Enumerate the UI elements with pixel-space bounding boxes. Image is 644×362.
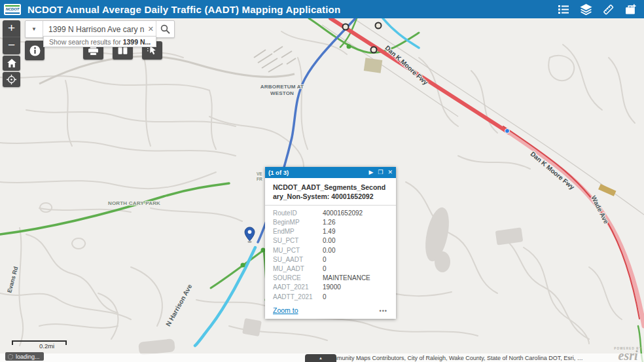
search-clear-icon[interactable]: ✕ — [148, 25, 154, 33]
scale-bar-label: 0.2mi — [39, 342, 54, 350]
esri-wordmark: esri — [614, 350, 642, 361]
weston-pkwy-road — [39, 56, 295, 84]
search-input[interactable] — [43, 21, 156, 37]
app-title: NCDOT Annual Average Daily Traffic (AADT… — [27, 4, 340, 15]
map-label-fragment: VE FR — [257, 172, 262, 183]
field-label: MU_PCT — [273, 247, 323, 254]
popup-close-icon[interactable]: ✕ — [387, 170, 393, 175]
search-input-wrap: ✕ — [43, 21, 156, 37]
legend-button[interactable] — [552, 0, 575, 18]
field-label: AADT_2021 — [273, 283, 323, 291]
zoom-out-button[interactable]: − — [3, 37, 20, 54]
loading-text: loading... — [16, 353, 40, 360]
header-toolbar — [552, 0, 641, 18]
table-row: SOURCEMAINTENANCE — [265, 274, 396, 283]
search-submit-button[interactable] — [156, 21, 174, 37]
feature-popup: (1 of 3) ▶ ❐ ✕ NCDOT_AADT_Segments_Secon… — [265, 167, 396, 319]
search-source-dropdown[interactable]: ▼ — [26, 21, 43, 37]
logo-text: NCDOT — [6, 7, 19, 11]
field-label: SU_AADT — [273, 256, 323, 263]
location-pin[interactable] — [245, 227, 255, 243]
table-row: MU_AADT0 — [265, 264, 396, 273]
zoom-to-link[interactable]: Zoom to — [273, 306, 298, 314]
my-location-button[interactable] — [3, 72, 20, 87]
field-value: 40001652092 — [323, 209, 363, 217]
measurement-button[interactable] — [597, 0, 619, 18]
chevron-up-icon: ▲ — [319, 356, 323, 360]
arboretum-cluster — [254, 46, 296, 72]
field-value: 19000 — [323, 283, 341, 291]
popup-maximize-icon[interactable]: ❐ — [378, 170, 383, 175]
table-row: SU_AADT0 — [265, 255, 396, 264]
measure-icon — [602, 4, 615, 15]
logo-stripe-green — [5, 5, 20, 7]
popup-pager: (1 of 3) — [268, 169, 289, 176]
legend-icon — [558, 4, 569, 14]
popup-header-buttons: ▶ ❐ ✕ — [368, 170, 393, 175]
popup-header: (1 of 3) ▶ ❐ ✕ — [265, 167, 396, 178]
field-value: 0.00 — [323, 237, 335, 244]
field-value: 0.00 — [323, 247, 335, 254]
field-value: 0 — [323, 265, 327, 272]
table-row: MU_PCT0.00 — [265, 245, 396, 255]
field-label: RouteID — [273, 209, 323, 217]
loading-indicator: loading... — [5, 352, 44, 361]
zoom-control: + − — [3, 20, 20, 54]
popup-more-options[interactable]: ••• — [380, 308, 387, 314]
home-button[interactable] — [3, 56, 20, 71]
field-value: 0 — [323, 293, 327, 300]
layers-icon — [580, 4, 592, 15]
info-icon — [29, 45, 41, 56]
field-label: MU_AADT — [273, 265, 323, 272]
popup-next-icon[interactable]: ▶ — [368, 170, 373, 175]
table-row: AADT_202119000 — [265, 283, 396, 292]
home-icon — [7, 59, 16, 67]
attribute-table-toggle[interactable]: ▲ — [305, 354, 336, 362]
map-label-north-cary-park: NORTH CARY PARK — [107, 200, 162, 207]
search-widget: ▼ ✕ — [25, 20, 175, 38]
field-value: 1.49 — [323, 228, 335, 235]
field-label: SOURCE — [273, 274, 323, 281]
attribution-text: Esri Community Maps Contributors, City o… — [313, 355, 583, 361]
logo-stripe-blue — [5, 12, 20, 14]
spinner-icon — [8, 354, 13, 359]
field-label: AADTT_2021 — [273, 293, 323, 300]
field-value: 0 — [323, 256, 327, 263]
table-row: SU_PCT0.00 — [265, 236, 396, 245]
field-label: EndMP — [273, 228, 323, 235]
popup-attribute-table: RouteID40001652092 BeginMP1.26 EndMP1.49… — [265, 206, 396, 301]
table-row: RouteID40001652092 — [265, 208, 396, 217]
table-row: AADTT_20210 — [265, 292, 396, 301]
zoom-in-button[interactable]: + — [3, 20, 20, 37]
suggestion-prefix: Show search results for — [49, 38, 123, 46]
map-label-arboretum: ARBORETUM AT WESTON — [254, 84, 310, 98]
add-data-icon — [624, 4, 637, 15]
search-icon — [160, 24, 170, 34]
ncdot-logo: NCDOT — [4, 4, 21, 15]
app-header: NCDOT NCDOT Annual Average Daily Traffic… — [0, 0, 644, 18]
layer-list-button[interactable] — [575, 0, 597, 18]
crosshair-icon — [7, 75, 16, 84]
suggestion-term: 1399 N... — [123, 38, 151, 46]
field-label: SU_PCT — [273, 237, 323, 244]
map-label-fragment-line2: FR — [257, 177, 262, 182]
popup-title: NCDOT_AADT_Segments_Secondary_Non-System… — [265, 178, 396, 206]
esri-logo: POWERED BY esri — [614, 347, 642, 361]
field-label: BeginMP — [273, 219, 323, 226]
info-button[interactable] — [25, 41, 45, 60]
add-data-button[interactable] — [619, 0, 641, 18]
search-suggestion[interactable]: Show search results for 1399 N... — [43, 36, 156, 47]
table-row: BeginMP1.26 — [265, 217, 396, 226]
field-value: 1.26 — [323, 219, 335, 226]
table-row: EndMP1.49 — [265, 227, 396, 236]
field-value: MAINTENANCE — [323, 274, 370, 281]
